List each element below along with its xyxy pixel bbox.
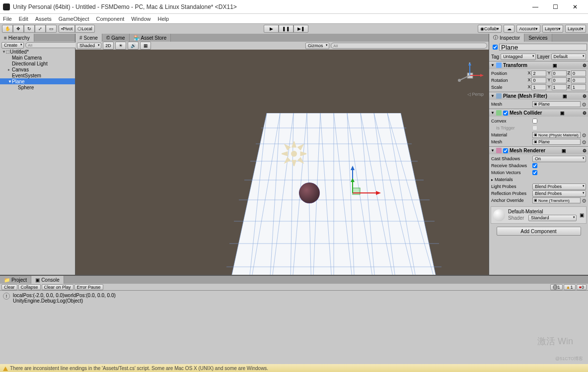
- material-sphere-icon: [493, 209, 505, 221]
- light-toggle[interactable]: ☀: [115, 42, 126, 50]
- scl-x[interactable]: [531, 84, 546, 90]
- services-tab[interactable]: Services: [524, 34, 552, 42]
- orientation-gizmo[interactable]: z: [456, 62, 484, 89]
- shaded-dropdown[interactable]: Shaded: [77, 43, 101, 49]
- tree-item[interactable]: ▸Canvas: [0, 66, 75, 72]
- rotate-tool[interactable]: ↻: [24, 25, 35, 33]
- material-popup-icon[interactable]: ▣: [580, 212, 584, 218]
- physic-material-field[interactable]: None (Physic Material): [532, 132, 581, 138]
- scl-z[interactable]: [571, 84, 586, 90]
- svg-marker-34: [293, 142, 295, 147]
- 2d-toggle[interactable]: 2D: [103, 42, 114, 50]
- active-checkbox[interactable]: [493, 45, 498, 50]
- tree-item[interactable]: ▼Plane: [0, 78, 75, 84]
- minimize-button[interactable]: —: [525, 1, 545, 13]
- scene-viewport[interactable]: z ◁ Persp: [75, 50, 489, 275]
- anchor-override-field[interactable]: None (Transform): [532, 197, 581, 203]
- gizmos-dropdown[interactable]: Gizmos: [305, 43, 330, 49]
- hierarchy-create[interactable]: Create: [1, 42, 24, 49]
- tree-item[interactable]: Directional Light: [0, 61, 75, 66]
- inspector-panel: ⓘ Inspector Services Static▾ Tag Untagge…: [489, 34, 588, 275]
- move-tool[interactable]: ✥: [13, 25, 24, 33]
- tree-item[interactable]: EventSystem: [0, 72, 75, 78]
- transform-header[interactable]: ▼ Transform ▣ ⚙: [489, 61, 588, 69]
- move-gizmo[interactable]: [350, 163, 382, 195]
- error-pause-button[interactable]: Error Pause: [74, 284, 103, 290]
- gear-icon[interactable]: ⚙: [583, 63, 587, 68]
- cast-shadows-dd[interactable]: On: [532, 156, 586, 162]
- local-toggle[interactable]: ⬡ Local: [75, 25, 95, 33]
- layout-dropdown[interactable]: Layout ▾: [565, 25, 586, 33]
- project-tab[interactable]: 📁 Project: [0, 276, 31, 284]
- rect-tool[interactable]: ▭: [46, 25, 57, 33]
- collapse-button[interactable]: Collapse: [18, 284, 41, 290]
- pos-z[interactable]: [571, 70, 586, 76]
- mesh-filter-header[interactable]: ▼ Plane (Mesh Filter)▣⚙: [489, 92, 588, 100]
- console-tab[interactable]: ▣ Console: [31, 276, 64, 284]
- close-button[interactable]: ✕: [565, 1, 585, 13]
- scene-search[interactable]: [331, 43, 487, 49]
- mesh-collider-header[interactable]: ▼ Mesh Collider▣⚙: [489, 109, 588, 117]
- clear-on-play-button[interactable]: Clear on Play: [42, 284, 74, 290]
- play-button[interactable]: ▶: [264, 25, 279, 33]
- account-dropdown[interactable]: Account ▾: [516, 25, 540, 33]
- rot-y[interactable]: [552, 77, 567, 83]
- warn-badge[interactable]: ▲1: [564, 284, 576, 290]
- audio-toggle[interactable]: 🔊: [128, 42, 139, 50]
- mesh-renderer-header[interactable]: ▼ Mesh Renderer▣⚙: [489, 146, 588, 154]
- tag-dropdown[interactable]: Untagged: [501, 54, 535, 60]
- mesh-field[interactable]: Plane: [532, 101, 581, 107]
- hierarchy-search[interactable]: [25, 42, 82, 48]
- layer-dropdown[interactable]: Default: [551, 54, 586, 60]
- help-icon[interactable]: ▣: [553, 63, 557, 68]
- menu-window[interactable]: Window: [131, 16, 150, 22]
- scene-tab[interactable]: # Scene: [75, 34, 102, 42]
- rot-z[interactable]: [571, 77, 586, 83]
- menu-help[interactable]: Help: [157, 16, 169, 22]
- pos-y[interactable]: [552, 70, 567, 76]
- hierarchy-tab[interactable]: ≡ Hierarchy: [0, 34, 34, 42]
- console-message[interactable]: ! localPos:(-2.0, 0.0, 0.0)worldPos:(0.0…: [0, 291, 588, 306]
- mesh-renderer-icon: [496, 148, 502, 153]
- renderer-enabled[interactable]: [503, 148, 508, 153]
- collab-dropdown[interactable]: ◉ Collab ▾: [478, 25, 502, 33]
- tree-item[interactable]: Sphere: [0, 84, 75, 90]
- cloud-button[interactable]: ☁: [504, 25, 514, 33]
- collider-enabled[interactable]: [503, 111, 508, 116]
- menu-component[interactable]: Component: [96, 16, 124, 22]
- light-probes-dd[interactable]: Blend Probes: [532, 184, 586, 190]
- shader-dd[interactable]: Standard: [528, 215, 577, 221]
- motion-vectors-checkbox[interactable]: [532, 170, 537, 175]
- step-button[interactable]: ▶❚: [294, 25, 308, 33]
- asset-store-tab[interactable]: 🏪 Asset Store: [130, 34, 171, 42]
- material-preview[interactable]: Default-Material Shader Standard ▣: [491, 206, 587, 224]
- menu-file[interactable]: File: [3, 16, 12, 22]
- rot-x[interactable]: [531, 77, 546, 83]
- collider-mesh-field[interactable]: Plane: [532, 139, 581, 145]
- fx-toggle[interactable]: ▦: [140, 42, 151, 50]
- scl-y[interactable]: [552, 84, 567, 90]
- hand-tool[interactable]: ✋: [2, 25, 13, 33]
- menu-edit[interactable]: Edit: [19, 16, 28, 22]
- receive-shadows-checkbox[interactable]: [532, 163, 537, 168]
- window-title: Unity Personal (64bit) - Untitled - FSMD…: [13, 3, 525, 10]
- clear-button[interactable]: Clear: [1, 284, 17, 290]
- object-name-field[interactable]: [499, 44, 587, 51]
- tree-item[interactable]: ▼⬚ Untitled*: [0, 49, 75, 55]
- error-badge[interactable]: ●0: [577, 284, 587, 290]
- game-tab[interactable]: © Game: [102, 34, 130, 42]
- scale-tool[interactable]: ⤢: [35, 25, 46, 33]
- pos-x[interactable]: [531, 70, 546, 76]
- convex-checkbox[interactable]: [532, 119, 537, 124]
- menu-gameobject[interactable]: GameObject: [59, 16, 89, 22]
- info-badge[interactable]: !1: [550, 284, 563, 290]
- maximize-button[interactable]: ☐: [545, 1, 565, 13]
- reflection-probes-dd[interactable]: Blend Probes: [532, 190, 586, 197]
- pivot-toggle[interactable]: ▪ Pivot: [59, 25, 75, 33]
- inspector-tab[interactable]: ⓘ Inspector: [489, 34, 524, 42]
- pause-button[interactable]: ❚❚: [279, 25, 294, 33]
- tree-item[interactable]: Main Camera: [0, 55, 75, 61]
- add-component-button[interactable]: Add Component: [497, 227, 581, 236]
- layers-dropdown[interactable]: Layers ▾: [542, 25, 563, 33]
- menu-assets[interactable]: Assets: [35, 16, 52, 22]
